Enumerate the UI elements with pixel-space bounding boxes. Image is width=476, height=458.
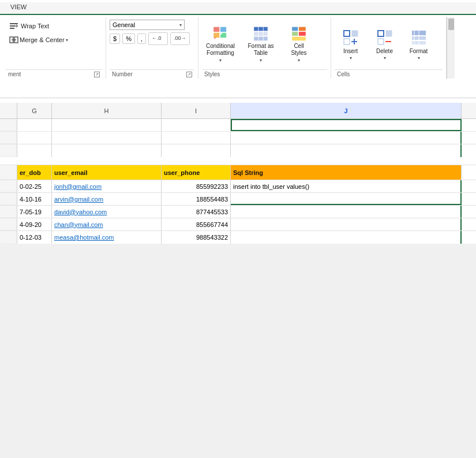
cells-group: Insert ▾ Delete ▾: [331, 17, 447, 79]
svg-rect-21: [292, 32, 298, 36]
svg-rect-26: [344, 39, 350, 44]
svg-rect-0: [10, 23, 18, 24]
cell-r3-dob[interactable]: 7-05-19: [17, 206, 52, 218]
col-header-i[interactable]: I: [162, 103, 231, 118]
comma-button[interactable]: ,: [137, 33, 146, 44]
header-sql[interactable]: Sql String: [231, 165, 462, 180]
conditional-formatting-icon: ≠: [211, 26, 230, 42]
cell-r5-sql[interactable]: [231, 231, 462, 244]
header-phone[interactable]: user_phone: [162, 165, 231, 180]
cell-styles-arrow: ▾: [298, 58, 300, 63]
cell-1-h[interactable]: [52, 119, 162, 131]
cell-styles-button[interactable]: CellStyles ▾: [283, 25, 315, 64]
cell-r3-phone[interactable]: 877445533: [162, 206, 231, 218]
header-dob[interactable]: er_dob: [17, 165, 52, 180]
col-header-h[interactable]: H: [52, 103, 162, 118]
number-format-dropdown[interactable]: General ▾: [110, 20, 185, 30]
cell-r4-sql[interactable]: [231, 218, 462, 230]
cell-r4-phone[interactable]: 855667744: [162, 218, 231, 230]
svg-rect-14: [254, 27, 268, 31]
cells-section-label: Cells: [335, 69, 443, 79]
svg-rect-8: [213, 27, 219, 32]
merge-center-button[interactable]: Merge & Center ▾: [6, 33, 72, 46]
cell-r2-sql[interactable]: [231, 193, 462, 205]
cell-1-g[interactable]: [17, 119, 52, 131]
cell-r5-dob[interactable]: 0-12-03: [17, 231, 52, 244]
cell-r1-phone[interactable]: 855992233: [162, 180, 231, 192]
header-email[interactable]: user_email: [52, 165, 162, 180]
empty-rows: [0, 119, 476, 165]
cell-1-i[interactable]: [162, 119, 231, 131]
col-header-j[interactable]: J: [231, 103, 462, 118]
row-num-3: [0, 144, 17, 157]
cell-r1-sql[interactable]: insert into tbl_user values(): [231, 180, 462, 192]
svg-rect-22: [299, 32, 306, 36]
tab-view[interactable]: VIEW: [5, 2, 32, 14]
alignment-controls: Wrap Text Merge & Center ▾: [6, 20, 102, 69]
col-header-g[interactable]: G: [17, 103, 52, 118]
percent-button[interactable]: %: [122, 33, 135, 44]
cell-r4-dob[interactable]: 4-09-20: [17, 218, 52, 230]
styles-controls: ≠ ConditionalFormatting ▾ Format asTable: [202, 20, 327, 69]
cell-3-g[interactable]: [17, 144, 52, 157]
merge-dropdown-arrow[interactable]: ▾: [66, 38, 68, 43]
cells-controls: Insert ▾ Delete ▾: [335, 20, 443, 69]
delete-button[interactable]: Delete ▾: [369, 25, 400, 64]
table-row: 7-05-19 david@yahoo.com 877445533: [0, 206, 476, 218]
format-as-table-button[interactable]: Format asTable ▾: [243, 25, 278, 64]
cell-3-h[interactable]: [52, 144, 162, 157]
cell-2-h[interactable]: [52, 132, 162, 144]
svg-text:←.0: ←.0: [152, 35, 162, 41]
delete-icon: [376, 28, 394, 47]
ribbon: VIEW Wrap Text: [0, 0, 476, 98]
svg-rect-20: [299, 27, 306, 31]
dollar-button[interactable]: $: [110, 33, 120, 44]
cell-r2-dob[interactable]: 4-10-16: [17, 193, 52, 205]
data-area: er_dob user_email user_phone Sql String …: [0, 165, 476, 244]
cell-2-j[interactable]: [231, 132, 462, 144]
wrap-text-button[interactable]: Wrap Text: [6, 20, 72, 32]
alignment-expand[interactable]: ↗: [94, 72, 100, 77]
format-arrow: ▾: [418, 55, 420, 61]
alignment-section-label: ment ↗: [6, 69, 102, 79]
conditional-formatting-button[interactable]: ≠ ConditionalFormatting ▾: [202, 25, 239, 64]
empty-row-3: [0, 144, 476, 157]
cell-r3-sql[interactable]: [231, 206, 462, 218]
cell-2-g[interactable]: [17, 132, 52, 144]
table-header-row: er_dob user_email user_phone Sql String: [0, 165, 476, 180]
cell-1-j[interactable]: [231, 119, 462, 131]
cell-r5-phone[interactable]: 988543322: [162, 231, 231, 244]
cell-r2-email[interactable]: arvin@gmail.com: [52, 193, 162, 205]
cell-r4-email[interactable]: chan@ymail.com: [52, 218, 162, 230]
insert-button[interactable]: Insert ▾: [335, 25, 366, 64]
spreadsheet-area: G H I J e: [0, 98, 476, 244]
cell-3-j[interactable]: [231, 144, 462, 157]
merge-icon: [9, 35, 18, 44]
cell-3-i[interactable]: [162, 144, 231, 157]
row-num-r1: [0, 180, 17, 192]
empty-row-2: [0, 132, 476, 144]
cell-styles-icon: [290, 26, 308, 42]
number-expand[interactable]: ↗: [186, 72, 192, 77]
scrollbar-thumb[interactable]: [448, 18, 454, 30]
table-row: 4-10-16 arvin@gmail.com 188554483: [0, 193, 476, 206]
number-controls: General ▾ $ % , ←.0 .00→: [110, 20, 194, 69]
cond-format-arrow: ▾: [219, 58, 222, 63]
dec-left-icon: ←.0: [152, 34, 164, 42]
row-num-r2: [0, 193, 17, 205]
row-num-r4: [0, 218, 17, 230]
row-num-2: [0, 132, 17, 144]
dec-right-icon: .00→: [174, 34, 186, 42]
cell-2-i[interactable]: [162, 132, 231, 144]
dec-left-button[interactable]: ←.0: [148, 32, 168, 45]
cell-r2-phone[interactable]: 188554483: [162, 193, 231, 205]
alignment-group: Wrap Text Merge & Center ▾ ment ↗: [2, 17, 106, 79]
cell-r1-email[interactable]: jonh@gmail.com: [52, 180, 162, 192]
cell-r1-dob[interactable]: 0-02-25: [17, 180, 52, 192]
dec-right-button[interactable]: .00→: [170, 32, 190, 45]
format-table-icon: [252, 26, 270, 42]
format-button[interactable]: Format ▾: [403, 25, 434, 64]
number-section-label: Number ↗: [110, 69, 194, 79]
cell-r5-email[interactable]: measa@hotmail.com: [52, 231, 162, 244]
cell-r3-email[interactable]: david@yahoo.com: [52, 206, 162, 218]
